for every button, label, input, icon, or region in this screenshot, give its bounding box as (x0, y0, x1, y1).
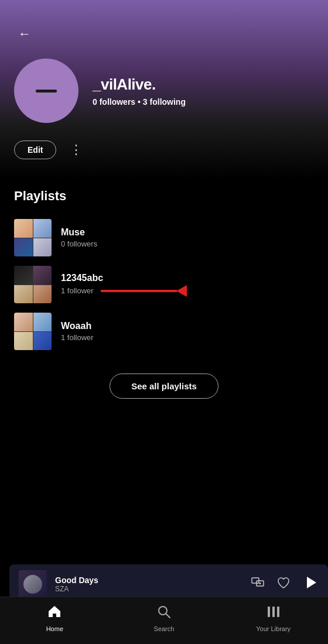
nav-label-library: Your Library (256, 625, 291, 632)
playlist-meta-12345abc: 12345abc 1 follower (61, 273, 187, 297)
main-content: Playlists Muse 0 followers 12345abc 1 fo… (0, 179, 328, 399)
nav-item-search[interactable]: Search (141, 604, 187, 632)
following-label: following (150, 97, 186, 107)
list-item[interactable]: 12345abc 1 follower (14, 261, 314, 308)
annotation-arrow (101, 285, 187, 297)
svg-marker-3 (307, 577, 316, 588)
playlist-followers-12345abc: 1 follower (61, 286, 94, 295)
profile-info: _vilAlive. 0 followers • 3 following (93, 76, 186, 107)
svg-line-5 (166, 614, 170, 618)
playlist-thumbnail-woaah (14, 313, 52, 350)
list-item[interactable]: Muse 0 followers (14, 214, 314, 261)
playlist-thumbnail-12345abc (14, 266, 52, 303)
connect-device-icon[interactable] (251, 576, 265, 593)
list-item[interactable]: Woaah 1 follower (14, 308, 314, 355)
playlist-name-muse: Muse (61, 227, 97, 238)
home-icon (47, 604, 62, 623)
actions-row: Edit ⋮ (14, 139, 314, 165)
nav-item-home[interactable]: Home (31, 604, 78, 632)
bottom-nav: Home Search Your Library (0, 597, 328, 644)
playlist-followers-woaah: 1 follower (61, 333, 94, 342)
arrow-line (101, 290, 177, 292)
playlist-thumbnail-muse (14, 219, 52, 256)
svg-rect-6 (268, 607, 270, 617)
now-playing-title: Good Days (55, 576, 242, 585)
username: _vilAlive. (93, 76, 186, 94)
playlist-meta-woaah: Woaah 1 follower (61, 321, 94, 342)
search-icon (156, 604, 172, 623)
see-all-container: See all playlists (14, 374, 314, 399)
followers-label: followers (100, 97, 135, 107)
svg-rect-8 (277, 607, 279, 617)
separator: • (138, 97, 143, 107)
playlist-meta-muse: Muse 0 followers (61, 227, 97, 248)
edit-button[interactable]: Edit (14, 141, 56, 159)
back-button[interactable]: ← (14, 23, 35, 44)
follow-info: 0 followers • 3 following (93, 97, 186, 107)
nav-item-library[interactable]: Your Library (250, 604, 297, 632)
now-playing-artist: SZA (55, 585, 242, 593)
now-playing-info: Good Days SZA (55, 576, 242, 593)
arrow-head (176, 285, 187, 297)
now-playing-artwork (23, 575, 42, 594)
playlist-followers-muse: 0 followers (61, 239, 97, 248)
svg-point-2 (259, 583, 261, 584)
now-playing-thumbnail (19, 570, 47, 598)
back-arrow-icon: ← (18, 26, 31, 42)
nav-label-home: Home (46, 625, 63, 632)
library-icon (266, 604, 281, 623)
see-all-playlists-button[interactable]: See all playlists (110, 374, 218, 399)
following-count: 3 (143, 97, 148, 107)
profile-section: _vilAlive. 0 followers • 3 following (14, 59, 314, 123)
avatar-dash (36, 90, 57, 93)
svg-rect-7 (272, 607, 275, 617)
playlists-section-title: Playlists (14, 189, 314, 204)
now-playing-controls (251, 574, 319, 594)
more-button[interactable]: ⋮ (66, 139, 87, 160)
play-button[interactable] (302, 574, 319, 594)
playlist-name-woaah: Woaah (61, 321, 94, 331)
playlist-name-12345abc: 12345abc (61, 273, 187, 283)
header-section: ← _vilAlive. 0 followers • 3 following E… (0, 0, 328, 179)
avatar (14, 59, 78, 123)
nav-label-search: Search (154, 625, 175, 632)
followers-count: 0 (93, 97, 97, 107)
like-icon[interactable] (276, 576, 291, 593)
arrow-row: 1 follower (61, 285, 187, 297)
